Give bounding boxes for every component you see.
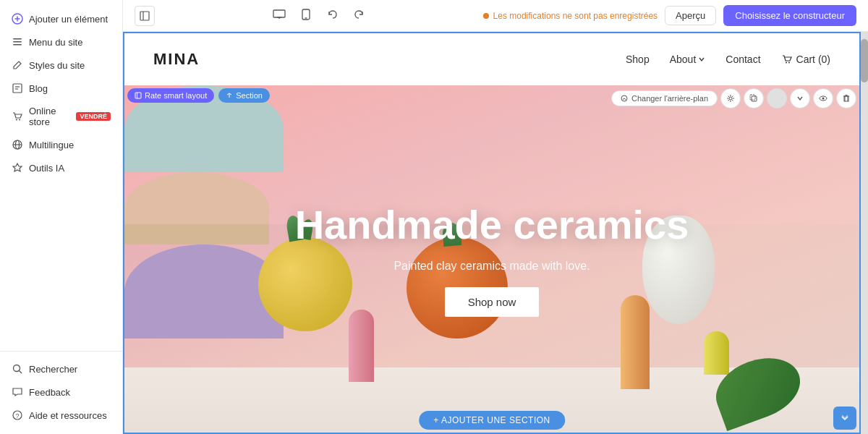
delete-tool-button[interactable] [836, 88, 856, 109]
svg-point-26 [786, 62, 787, 64]
sidebar-item-label: Online store [29, 106, 70, 127]
website-nav: MINA Shop About Contact Cart (0) [124, 33, 859, 85]
svg-rect-21 [273, 10, 285, 17]
toolbar: Les modifications ne sont pas enregistré… [123, 0, 868, 32]
globe-icon [12, 139, 23, 150]
sidebar-item-ajouter-element[interactable]: Ajouter un élément [0, 7, 122, 30]
svg-rect-28 [135, 93, 141, 98]
svg-text:?: ? [15, 412, 19, 420]
sidebar-item-label: Aide et ressources [29, 410, 107, 421]
svg-rect-33 [752, 96, 757, 101]
undo-button[interactable] [322, 6, 342, 26]
cart-icon [12, 111, 23, 122]
canvas-wrapper: MINA Shop About Contact Cart (0) [123, 32, 868, 434]
toolbar-right: Les modifications ne sont pas enregistré… [483, 5, 856, 26]
ai-icon [12, 162, 23, 174]
feedback-icon [12, 386, 23, 398]
desktop-view-button[interactable] [268, 7, 290, 25]
brush-icon [12, 59, 23, 71]
sidebar-item-rechercher[interactable]: Rechercher [0, 357, 122, 380]
vendre-badge: VENDRÉ [76, 112, 111, 121]
hero-overlay: Handmade ceramics Painted clay ceramics … [124, 85, 859, 433]
section-button[interactable]: Section [218, 88, 270, 103]
svg-rect-3 [13, 38, 22, 40]
sidebar-item-label: Outils IA [29, 163, 64, 174]
nav-shop[interactable]: Shop [626, 54, 650, 65]
search-icon [12, 363, 23, 375]
hero-subtitle: Painted clay ceramics made with love. [393, 260, 590, 273]
sidebar-item-aide[interactable]: ? Aide et ressources [0, 404, 122, 427]
site-logo: MINA [153, 50, 626, 69]
sidebar-item-label: Styles du site [29, 60, 85, 71]
sidebar-item-outils-ia[interactable]: Outils IA [0, 156, 122, 179]
sidebar-item-feedback[interactable]: Feedback [0, 380, 122, 404]
svg-point-27 [788, 62, 790, 64]
sidebar-item-label: Blog [29, 83, 48, 94]
mobile-view-button[interactable] [297, 6, 315, 26]
sidebar-bottom: Rechercher Feedback ? Aide et ressources [0, 351, 122, 427]
preview-tool-button[interactable] [813, 88, 833, 109]
svg-line-16 [20, 371, 22, 374]
sidebar-item-menu-site[interactable]: Menu du site [0, 30, 122, 54]
svg-rect-34 [750, 95, 755, 100]
sidebar-item-online-store[interactable]: Online store VENDRÉ [0, 100, 122, 133]
svg-point-36 [822, 98, 825, 100]
add-section-button[interactable]: + AJOUTER UNE SECTION [419, 411, 565, 430]
nav-contact[interactable]: Contact [726, 54, 760, 65]
move-down-tool-button[interactable] [790, 88, 810, 109]
sidebar-item-blog[interactable]: Blog [0, 77, 122, 100]
menu-icon [12, 36, 23, 48]
apercu-button[interactable]: Aperçu [665, 6, 716, 25]
sidebar-item-label: Multilingue [29, 140, 74, 150]
unsaved-indicator: Les modifications ne sont pas enregistré… [483, 11, 658, 21]
svg-point-32 [729, 97, 732, 100]
svg-point-10 [19, 119, 20, 121]
scrollbar-thumb[interactable] [861, 39, 868, 82]
unsaved-dot [483, 13, 489, 19]
sidebar-item-label: Feedback [29, 387, 70, 398]
choisissez-button[interactable]: Choisissez le constructeur [723, 5, 856, 26]
svg-marker-14 [13, 163, 22, 171]
main-area: Les modifications ne sont pas enregistré… [123, 0, 868, 434]
scrollbar[interactable] [861, 32, 868, 434]
section-float-tools: Changer l'arrière-plan [611, 88, 856, 109]
nav-links: Shop About Contact Cart (0) [626, 54, 830, 65]
background-color-tool[interactable] [767, 88, 787, 109]
sidebar-item-styles-site[interactable]: Styles du site [0, 54, 122, 77]
hero-cta-button[interactable]: Shop now [445, 287, 540, 317]
svg-point-15 [14, 365, 20, 372]
svg-point-9 [16, 119, 17, 121]
sidebar-item-label: Rechercher [29, 364, 77, 375]
help-icon: ? [12, 409, 23, 421]
nav-cart[interactable]: Cart (0) [781, 54, 830, 65]
layout-icon-button[interactable] [135, 6, 155, 26]
nav-about[interactable]: About [670, 54, 706, 65]
svg-rect-6 [13, 84, 22, 93]
duplicate-tool-button[interactable] [744, 88, 764, 109]
rate-smart-layout-button[interactable]: Rate smart layout [127, 88, 214, 103]
section-toolbar: Rate smart layout Section [127, 88, 270, 103]
unsaved-text: Les modifications ne sont pas enregistré… [493, 11, 658, 21]
svg-rect-4 [13, 41, 22, 43]
svg-rect-5 [13, 44, 22, 46]
change-background-button[interactable]: Changer l'arrière-plan [611, 90, 718, 106]
svg-rect-19 [140, 12, 149, 20]
hero-title: Handmade ceramics [295, 201, 689, 248]
sidebar: Ajouter un élément Menu du site Styles d… [0, 0, 123, 434]
sidebar-item-label: Ajouter un élément [29, 14, 108, 25]
settings-tool-button[interactable] [720, 88, 741, 109]
page-nav-control[interactable] [833, 407, 856, 430]
hero-section: Rate smart layout Section Changer l'arri… [124, 85, 859, 433]
website-canvas: MINA Shop About Contact Cart (0) [123, 32, 861, 434]
sidebar-item-multilingue[interactable]: Multilingue [0, 133, 122, 156]
edit-icon [12, 82, 23, 94]
toolbar-center [163, 6, 475, 26]
redo-button[interactable] [349, 6, 370, 26]
sidebar-item-label: Menu du site [29, 37, 82, 48]
plus-circle-icon [12, 13, 23, 25]
